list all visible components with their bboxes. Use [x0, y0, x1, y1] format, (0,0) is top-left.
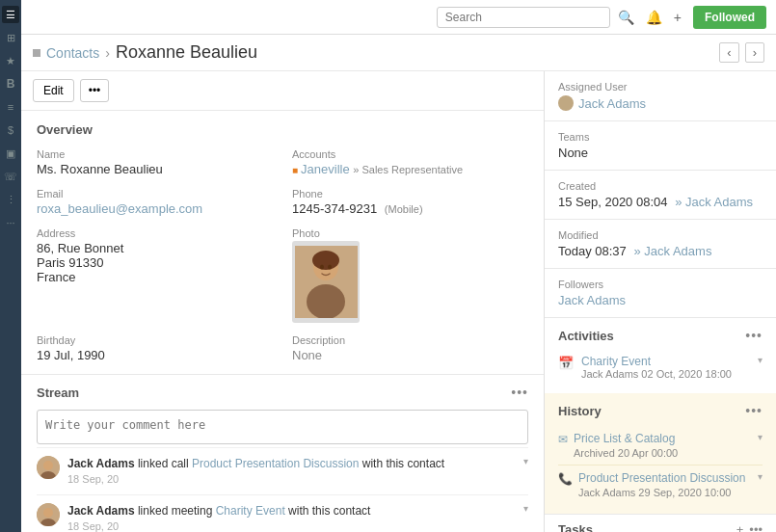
content-area: Edit ••• Overview Name Ms. Roxanne Beaul… [21, 71, 776, 532]
history-item-name[interactable]: Price List & Catalog [574, 432, 752, 445]
modified-by[interactable]: » Jack Adams [633, 244, 711, 258]
breadcrumb-dot [33, 49, 40, 57]
bell-icon[interactable]: 🔔 [642, 8, 666, 27]
sidebar-star-icon[interactable]: ★ [2, 52, 19, 69]
tasks-header: Tasks + ••• [558, 522, 763, 532]
phone-value: 1245-374-9231 (Mobile) [292, 201, 528, 216]
breadcrumb: Contacts › Roxanne Beaulieu ‹ › [21, 35, 776, 71]
description-label: Description [292, 334, 528, 346]
sidebar-menu-icon[interactable]: ☰ [2, 6, 19, 23]
main-area: 🔍 🔔 + Followed Contacts › Roxanne Beauli… [21, 0, 776, 532]
assigned-user-value[interactable]: Jack Adams [578, 96, 646, 111]
action-bar: Edit ••• [21, 71, 544, 111]
left-panel: Edit ••• Overview Name Ms. Roxanne Beaul… [21, 71, 545, 532]
tasks-section: Tasks + ••• [545, 514, 776, 532]
modified-date: Today 08:37 [558, 244, 627, 258]
name-field: Name Ms. Roxanne Beaulieu [37, 148, 273, 176]
teams-label: Teams [558, 131, 763, 143]
stream-suffix: with this contact [362, 457, 444, 470]
history-item-name[interactable]: Product Presentation Discussion [578, 471, 752, 485]
left-sidebar: ☰ ⊞ ★ B ≡ $ ▣ ☏ ⋮ ··· [0, 0, 21, 532]
sidebar-phone-icon[interactable]: ☏ [2, 168, 19, 185]
sidebar-briefcase-icon[interactable]: ▣ [2, 145, 19, 162]
activity-name[interactable]: Charity Event [581, 355, 750, 368]
stream-user: Jack Adams [67, 457, 135, 470]
created-block: Created 15 Sep, 2020 08:04 » Jack Adams [545, 171, 776, 220]
assigned-user-block: Assigned User Jack Adams [545, 71, 776, 121]
next-button[interactable]: › [745, 42, 764, 63]
stream-link[interactable]: Product Presentation Discussion [192, 457, 359, 470]
history-more-button[interactable]: ••• [745, 403, 763, 418]
fields-grid: Name Ms. Roxanne Beaulieu Accounts Janev… [37, 148, 528, 362]
svg-point-10 [43, 508, 53, 518]
created-label: Created [558, 180, 763, 192]
stream-more-button[interactable]: ••• [511, 385, 528, 400]
stream-date: 18 Sep, 20 [67, 519, 516, 532]
stream-suffix: with this contact [288, 504, 370, 518]
activity-content: Charity Event Jack Adams 02 Oct, 2020 18… [581, 355, 750, 380]
followed-button[interactable]: Followed [693, 6, 766, 29]
created-by[interactable]: » Jack Adams [675, 195, 753, 209]
tasks-actions: + ••• [736, 522, 763, 532]
birthday-label: Birthday [37, 334, 273, 346]
created-value: 15 Sep, 2020 08:04 » Jack Adams [558, 195, 763, 209]
sidebar-dollar-icon[interactable]: $ [2, 121, 19, 139]
sidebar-lines-icon[interactable]: ⋮ [2, 191, 19, 208]
assigned-user-row: Jack Adams [558, 95, 763, 111]
name-value: Ms. Roxanne Beaulieu [37, 162, 273, 176]
plus-icon[interactable]: + [670, 8, 685, 27]
tasks-title: Tasks [558, 522, 593, 532]
birthday-field: Birthday 19 Jul, 1990 [37, 334, 273, 362]
followers-value[interactable]: Jack Adams [558, 293, 763, 307]
history-title: History [558, 404, 602, 418]
accounts-label: Accounts [292, 148, 528, 160]
sidebar-list-icon[interactable]: ≡ [2, 98, 19, 116]
email-label: Email [37, 188, 273, 200]
stream-chevron-icon: ▾ [523, 456, 528, 466]
email-value[interactable]: roxa_beaulieu@example.com [37, 201, 273, 216]
history-item: 📞 Product Presentation Discussion Jack A… [558, 466, 763, 504]
search-icon[interactable]: 🔍 [614, 8, 638, 27]
history-item-meta: Archived 20 Apr 00:00 [574, 447, 752, 459]
accounts-value: Janeville » Sales Representative [292, 162, 528, 176]
accounts-field: Accounts Janeville » Sales Representativ… [292, 148, 528, 176]
address-line3: France [37, 270, 273, 284]
photo-label: Photo [292, 227, 528, 239]
edit-button[interactable]: Edit [33, 79, 74, 102]
phone-field: Phone 1245-374-9231 (Mobile) [292, 188, 528, 216]
accounts-link[interactable]: Janeville [292, 162, 350, 176]
stream-action: linked call [138, 457, 189, 470]
sidebar-b-icon[interactable]: B [2, 75, 19, 93]
sidebar-more-icon[interactable]: ··· [2, 214, 19, 231]
history-item: ✉ Price List & Catalog Archived 20 Apr 0… [558, 426, 763, 466]
address-value: 86, Rue Bonnet Paris 91330 France [37, 241, 273, 284]
svg-point-5 [328, 265, 332, 270]
comment-input[interactable] [37, 410, 528, 444]
stream-content: Jack Adams linked call Product Presentat… [67, 456, 516, 487]
tasks-add-button[interactable]: + [736, 522, 744, 532]
created-date: 15 Sep, 2020 08:04 [558, 195, 668, 209]
stream-section: Stream ••• Jack Adams linked call Produc… [21, 374, 544, 532]
search-input[interactable] [437, 7, 610, 28]
activity-meta: Jack Adams 02 Oct, 2020 18:00 [581, 368, 750, 380]
activities-header: Activities ••• [558, 328, 763, 343]
stream-action: linked meeting [138, 504, 212, 518]
activities-more-button[interactable]: ••• [745, 328, 763, 343]
stream-link[interactable]: Charity Event [216, 504, 285, 518]
phone-history-icon: 📞 [558, 472, 573, 486]
more-actions-button[interactable]: ••• [80, 79, 110, 102]
phone-type: (Mobile) [385, 203, 423, 215]
history-header: History ••• [558, 403, 763, 418]
sidebar-grid-icon[interactable]: ⊞ [2, 29, 19, 46]
tasks-more-button[interactable]: ••• [749, 522, 763, 532]
stream-item: Jack Adams linked call Product Presentat… [37, 447, 528, 494]
stream-item: Jack Adams linked meeting Charity Event … [37, 494, 528, 532]
svg-point-4 [320, 265, 324, 270]
history-chevron-icon: ▾ [758, 471, 763, 482]
prev-button[interactable]: ‹ [719, 42, 738, 63]
breadcrumb-parent[interactable]: Contacts [46, 45, 99, 61]
stream-title: Stream [37, 386, 79, 400]
breadcrumb-separator: › [105, 45, 110, 61]
search-box: 🔍 🔔 + [437, 7, 685, 28]
modified-value: Today 08:37 » Jack Adams [558, 244, 763, 258]
